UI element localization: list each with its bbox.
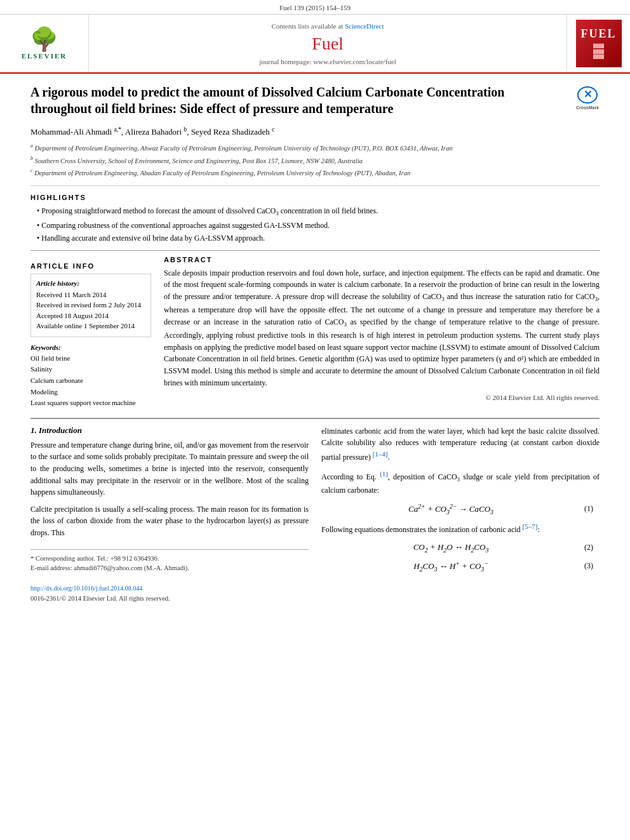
article-info-header: ARTICLE INFO bbox=[30, 262, 151, 270]
journal-center: Contents lists available at ScienceDirec… bbox=[89, 15, 566, 72]
intro-para-4: According to Eq. (1), deposition of CaCO… bbox=[321, 469, 600, 497]
equation-1-block: Ca2+ + CO32− → CaCO3 (1) bbox=[321, 502, 600, 515]
body-columns: 1. Introduction Pressure and temperature… bbox=[30, 425, 600, 604]
kw-4: Modeling bbox=[30, 387, 151, 398]
divider-1 bbox=[30, 250, 600, 251]
fuel-cover: FUEL ████████████ bbox=[576, 20, 622, 67]
affil-b: b Southern Cross University, School of E… bbox=[30, 155, 600, 166]
accepted-date: Accepted 18 August 2014 bbox=[36, 310, 145, 321]
phase-word: phase bbox=[166, 516, 183, 525]
elsevier-logo: 🌳 ELSEVIER bbox=[22, 28, 67, 60]
corresponding-note: * Corresponding author. Tel.: +98 912 63… bbox=[30, 554, 309, 564]
equation-3: H2CO3 ↔ H+ + CO3− bbox=[328, 560, 574, 573]
ref-5-7[interactable]: [5–7] bbox=[523, 523, 538, 530]
intro-para-5: Following equations demonstrates the ion… bbox=[321, 521, 600, 536]
eq3-text: H2CO3 ↔ H+ + CO3− bbox=[413, 561, 488, 571]
body-divider bbox=[30, 418, 600, 419]
ref-eq1[interactable]: (1) bbox=[380, 470, 388, 477]
doi-link[interactable]: http://dx.doi.org/10.1016/j.fuel.2014.08… bbox=[30, 585, 142, 592]
affiliations: a Department of Petroleum Engineering, A… bbox=[30, 142, 600, 186]
info-abstract-columns: ARTICLE INFO Article history: Received 1… bbox=[30, 256, 600, 409]
top-bar: Fuel 139 (2015) 154–159 bbox=[0, 0, 630, 15]
highlight-item-3: Handling accurate and extensive oil brin… bbox=[37, 232, 600, 244]
kw-1: Oil field brine bbox=[30, 353, 151, 364]
affil-c: c Department of Petroleum Engineering, A… bbox=[30, 167, 600, 178]
journal-header: 🌳 ELSEVIER Contents lists available at S… bbox=[0, 15, 630, 74]
elsevier-logo-area: 🌳 ELSEVIER bbox=[0, 15, 89, 72]
crossmark-icon: ✕ bbox=[584, 88, 592, 102]
eq1-number: (1) bbox=[574, 504, 593, 514]
eq1-text: Ca2+ + CO32− → CaCO3 bbox=[408, 504, 493, 514]
elsevier-text: ELSEVIER bbox=[22, 52, 67, 60]
highlight-item-2: Comparing robustness of the conventional… bbox=[37, 220, 600, 231]
history-label: Article history: bbox=[36, 279, 145, 287]
highlights-list: Proposing straightforward method to fore… bbox=[30, 205, 600, 244]
received-date: Received 11 March 2014 bbox=[36, 290, 145, 300]
abstract-header: ABSTRACT bbox=[164, 256, 600, 263]
crossmark[interactable]: ✕ CrossMark bbox=[575, 86, 600, 110]
revised-date: Received in revised form 2 July 2014 bbox=[36, 300, 145, 310]
highlights-header: HIGHLIGHTS bbox=[30, 194, 600, 201]
page-container: Fuel 139 (2015) 154–159 🌳 ELSEVIER Conte… bbox=[0, 0, 630, 840]
keywords-block: Keywords: Oil field brine Salinity Calci… bbox=[30, 343, 151, 409]
journal-right: FUEL ████████████ bbox=[566, 15, 630, 72]
homepage-line: journal homepage: www.elsevier.com/locat… bbox=[259, 58, 396, 65]
kw-3: Calcium carbonate bbox=[30, 375, 151, 387]
contents-line: Contents lists available at ScienceDirec… bbox=[271, 22, 384, 30]
main-content: A rigorous model to predict the amount o… bbox=[0, 74, 630, 613]
fuel-cover-label: FUEL bbox=[580, 27, 616, 41]
body-col-left: 1. Introduction Pressure and temperature… bbox=[30, 425, 309, 604]
crossmark-circle: ✕ bbox=[577, 86, 598, 103]
eq3-number: (3) bbox=[574, 561, 593, 571]
article-title-block: A rigorous model to predict the amount o… bbox=[30, 84, 600, 117]
article-info-block: Article history: Received 11 March 2014 … bbox=[30, 274, 151, 337]
tree-icon: 🌳 bbox=[30, 28, 58, 51]
ref-1-4[interactable]: [1–4] bbox=[373, 450, 388, 458]
intro-para-2: Calcite precipitation is usually a self-… bbox=[30, 503, 309, 539]
authors-line: Mohammad-Ali Ahmadi a,*, Alireza Bahador… bbox=[30, 126, 600, 137]
keywords-label: Keywords: bbox=[30, 343, 151, 351]
eq2-text: CO2 + H2O ↔ H2CO3 bbox=[413, 542, 489, 552]
intro-para-1: Pressure and temperature change during b… bbox=[30, 439, 309, 498]
crossmark-text: CrossMark bbox=[576, 105, 599, 110]
body-col-right: eliminates carbonic acid from the water … bbox=[321, 425, 600, 604]
affil-a: a Department of Petroleum Engineering, A… bbox=[30, 142, 600, 153]
issn-text: 0016-2361/© 2014 Elsevier Ltd. All right… bbox=[30, 594, 309, 604]
article-title-text: A rigorous model to predict the amount o… bbox=[30, 84, 575, 117]
authors-text: Mohammad-Ali Ahmadi a,*, Alireza Bahador… bbox=[30, 127, 274, 137]
email-note: E-mail address: ahmadi6776@yahoo.com (M.… bbox=[30, 563, 309, 573]
equation-2-block: CO2 + H2O ↔ H2CO3 (2) bbox=[321, 542, 600, 554]
equation-3-block: H2CO3 ↔ H+ + CO3− (3) bbox=[321, 560, 600, 573]
abstract-col: ABSTRACT Scale deposits impair productio… bbox=[164, 256, 600, 409]
intro-para-3: eliminates carbonic acid from the water … bbox=[321, 425, 600, 463]
sciencedirect-link[interactable]: ScienceDirect bbox=[345, 22, 384, 30]
abstract-text: Scale deposits impair production reservo… bbox=[164, 267, 600, 403]
kw-2: Salinity bbox=[30, 364, 151, 375]
journal-ref: Fuel 139 (2015) 154–159 bbox=[279, 4, 351, 11]
available-date: Available online 1 September 2014 bbox=[36, 321, 145, 331]
equation-2: CO2 + H2O ↔ H2CO3 bbox=[328, 542, 574, 554]
highlight-item-1: Proposing straightforward method to fore… bbox=[37, 205, 600, 218]
copyright-text: © 2014 Elsevier Ltd. All rights reserved… bbox=[164, 392, 600, 403]
eq2-number: (2) bbox=[574, 543, 593, 552]
article-info-col: ARTICLE INFO Article history: Received 1… bbox=[30, 256, 151, 409]
fuel-cover-decoration: ████████████ bbox=[593, 43, 604, 59]
kw-5: Least squares support vector machine bbox=[30, 397, 151, 409]
footnote-area: * Corresponding author. Tel.: +98 912 63… bbox=[30, 549, 309, 604]
journal-title: Fuel bbox=[312, 34, 344, 54]
equation-1: Ca2+ + CO32− → CaCO3 bbox=[328, 502, 574, 515]
section1-title: 1. Introduction bbox=[30, 425, 309, 436]
